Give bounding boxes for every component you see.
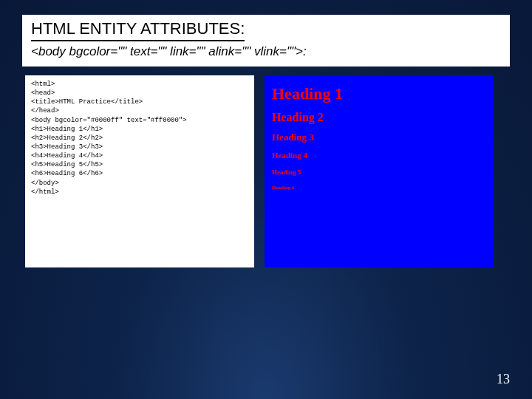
code-panel: <html> <head> <title>HTML Practice</titl… bbox=[25, 75, 254, 267]
slide: HTML ENTITY ATTRIBUTES: <body bgcolor=""… bbox=[0, 0, 532, 399]
preview-heading-1: Heading 1 bbox=[272, 84, 486, 103]
preview-heading-4: Heading 4 bbox=[272, 151, 486, 160]
title-block: HTML ENTITY ATTRIBUTES: <body bgcolor=""… bbox=[22, 15, 510, 66]
slide-title: HTML ENTITY ATTRIBUTES: bbox=[31, 19, 245, 41]
slide-subtitle: <body bgcolor="" text="" link="" alink="… bbox=[31, 44, 501, 59]
preview-panel: Heading 1 Heading 2 Heading 3 Heading 4 … bbox=[265, 75, 494, 267]
preview-heading-6: Heading 6 bbox=[272, 185, 486, 191]
preview-heading-3: Heading 3 bbox=[272, 132, 486, 143]
page-number: 13 bbox=[497, 372, 510, 387]
preview-heading-5: Heading 5 bbox=[272, 168, 486, 176]
preview-heading-2: Heading 2 bbox=[272, 111, 486, 124]
content-panels: <html> <head> <title>HTML Practice</titl… bbox=[22, 75, 510, 267]
